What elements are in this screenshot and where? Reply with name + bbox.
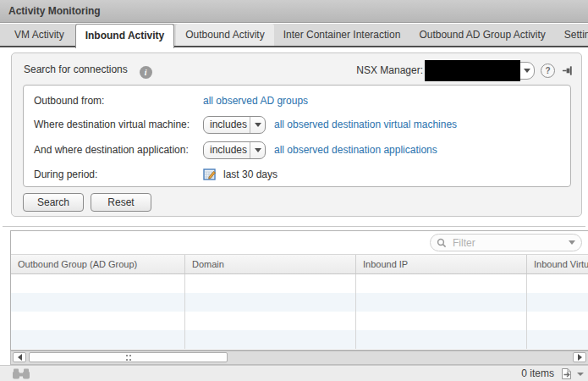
- destination-app-link[interactable]: all observed destination applications: [274, 144, 437, 156]
- help-icon[interactable]: ?: [541, 64, 555, 78]
- grip-icon: [126, 355, 131, 361]
- chevron-down-icon: [250, 142, 265, 158]
- horizontal-scrollbar[interactable]: [10, 351, 588, 365]
- tab-settings[interactable]: Settings: [555, 24, 588, 46]
- criteria-row-period: During period: last 30 days: [34, 164, 563, 185]
- search-panel-header: Search for connectionsi NSX Manager: ?: [24, 60, 574, 80]
- panel-divider: [3, 226, 585, 227]
- tab-outbound-activity[interactable]: Outbound Activity: [176, 24, 273, 46]
- criteria-row-destination-app: And where destination application: inclu…: [34, 140, 563, 160]
- destination-vm-link[interactable]: all observed destination virtual machine…: [274, 119, 457, 130]
- nsx-manager-dropdown-button[interactable]: [519, 63, 534, 79]
- search-button[interactable]: Search: [23, 193, 84, 212]
- page-title: Activity Monitoring: [0, 0, 101, 22]
- column-header-domain[interactable]: Domain: [185, 255, 356, 273]
- outbound-from-link[interactable]: all observed AD groups: [203, 95, 308, 107]
- nsx-manager-group: NSX Manager: ?: [356, 60, 574, 80]
- window-title-bar: Activity Monitoring: [0, 0, 588, 23]
- table-row: [11, 330, 588, 349]
- arrow-right-icon: [578, 354, 582, 361]
- destination-app-operator-value: includes: [204, 144, 250, 156]
- period-value: last 30 days: [223, 168, 278, 180]
- destination-app-label: And where destination application:: [34, 144, 203, 156]
- tab-inbound-activity[interactable]: Inbound Activity: [75, 24, 175, 48]
- pin-icon[interactable]: [562, 64, 574, 77]
- destination-app-operator-select[interactable]: includes: [203, 141, 266, 159]
- column-header-outbound-group[interactable]: Outbound Group (AD Group): [11, 255, 185, 273]
- scroll-left-button[interactable]: [13, 352, 26, 362]
- criteria-row-destination-vm: Where destination virtual machine: inclu…: [34, 114, 563, 135]
- tab-strip: VM Activity Inbound Activity Outbound Ac…: [0, 24, 588, 46]
- destination-vm-operator-select[interactable]: includes: [203, 116, 266, 134]
- scrollbar-thumb[interactable]: [29, 352, 228, 362]
- reset-button[interactable]: Reset: [91, 193, 151, 212]
- filter-input[interactable]: [451, 236, 569, 250]
- filter-dropdown-icon[interactable]: [569, 240, 575, 245]
- scroll-right-button[interactable]: [573, 352, 586, 362]
- grid-header-row: Outbound Group (AD Group) Domain Inbound…: [11, 254, 588, 274]
- chevron-down-icon: [524, 69, 530, 73]
- grid-body: [11, 274, 588, 349]
- redaction-overlay: [425, 60, 520, 81]
- export-dropdown-icon[interactable]: [577, 373, 584, 376]
- criteria-row-outbound-from: Outbound from: all observed AD groups: [34, 91, 563, 111]
- table-row: [11, 312, 588, 330]
- outbound-from-label: Outbound from:: [34, 95, 203, 107]
- search-criteria-box: Outbound from: all observed AD groups Wh…: [23, 85, 571, 187]
- nsx-manager-select[interactable]: [426, 62, 535, 80]
- tab-outbound-ad-group-activity[interactable]: Outbound AD Group Activity: [409, 24, 554, 46]
- info-icon[interactable]: i: [140, 66, 152, 79]
- search-panel-title: Search for connections: [24, 64, 128, 75]
- table-row: [11, 293, 588, 312]
- export-icon[interactable]: [560, 367, 573, 381]
- search-connections-panel: Search for connectionsi NSX Manager: ? O…: [11, 52, 582, 217]
- chevron-down-icon: [250, 117, 265, 133]
- status-bar: 0 items: [0, 365, 588, 381]
- results-grid: Outbound Group (AD Group) Domain Inbound…: [10, 230, 588, 351]
- nsx-manager-label: NSX Manager:: [356, 64, 423, 76]
- destination-vm-operator-value: includes: [204, 119, 250, 130]
- column-header-inbound-ip[interactable]: Inbound IP: [356, 255, 527, 273]
- tab-inter-container-interaction[interactable]: Inter Container Interaction: [274, 24, 410, 46]
- destination-vm-label: Where destination virtual machine:: [34, 119, 203, 130]
- calendar-edit-icon[interactable]: [203, 168, 217, 181]
- binoculars-find-icon[interactable]: [12, 367, 30, 381]
- tab-vm-activity[interactable]: VM Activity: [5, 24, 74, 46]
- table-row: [11, 274, 588, 293]
- arrow-left-icon: [18, 354, 22, 361]
- items-count: 0 items: [521, 367, 554, 381]
- search-icon: [437, 238, 447, 248]
- column-header-inbound-virtual-machine[interactable]: Inbound Virtual Machine: [527, 255, 588, 273]
- grid-toolbar: [11, 231, 588, 254]
- period-label: During period:: [34, 168, 203, 180]
- filter-box[interactable]: [430, 234, 582, 251]
